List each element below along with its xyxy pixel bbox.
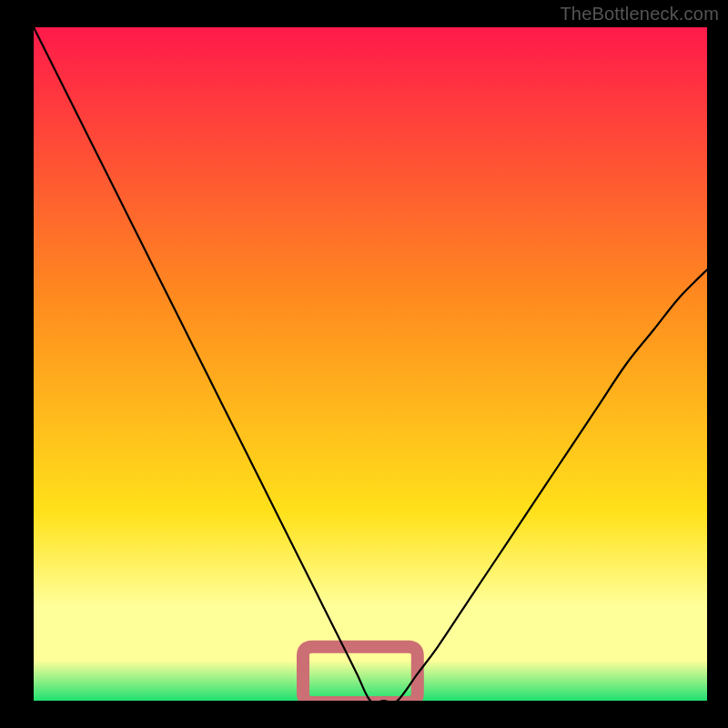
plot-area: [34, 27, 707, 701]
curve-line: [34, 27, 707, 701]
bottleneck-curve: [34, 27, 707, 701]
chart-stage: TheBottleneck.com: [0, 0, 728, 728]
watermark-label: TheBottleneck.com: [560, 4, 719, 25]
highlight-band: [303, 647, 418, 701]
